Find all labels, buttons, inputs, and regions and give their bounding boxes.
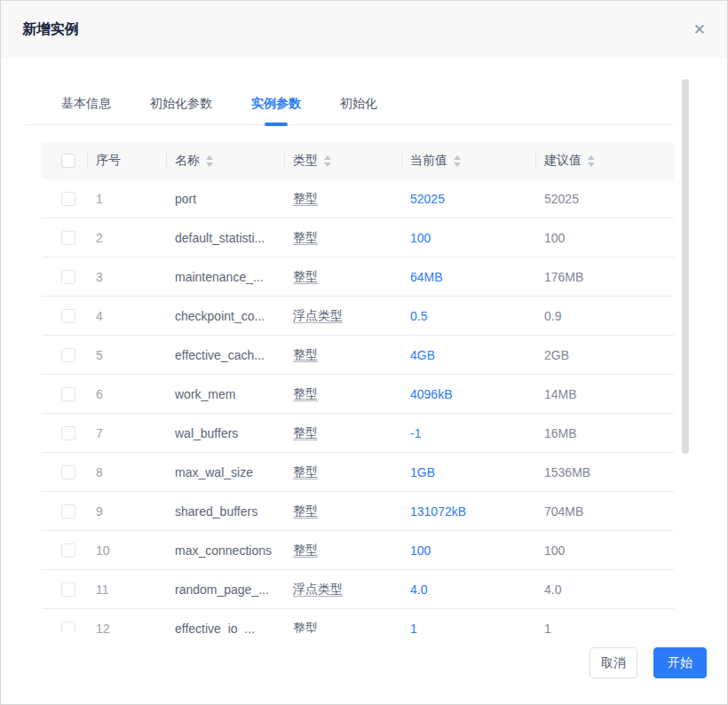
param-current-value[interactable]: 100 [410, 543, 431, 558]
table-body: 1 port 整型 52025 52025 2 default_statisti… [42, 179, 674, 633]
param-current-value[interactable]: 100 [410, 231, 431, 245]
param-type[interactable]: 整型 [293, 386, 318, 400]
param-type[interactable]: 整型 [293, 191, 318, 205]
tab-instance-params[interactable]: 实例参数 [251, 88, 301, 124]
header-type[interactable]: 类型 [284, 142, 401, 179]
row-checkbox[interactable] [61, 387, 75, 401]
param-suggested-value: 16MB [544, 426, 577, 440]
tab-basic-info[interactable]: 基本信息 [61, 88, 111, 124]
sort-desc-icon[interactable] [324, 162, 331, 167]
sort-asc-icon[interactable] [454, 155, 461, 160]
param-current-value[interactable]: 4.0 [410, 582, 427, 597]
table-row: 8 max_wal_size 整型 1GB 1536MB [42, 453, 674, 492]
tab-bar: 基本信息 初始化参数 实例参数 初始化 [26, 88, 674, 125]
row-checkbox[interactable] [61, 622, 75, 634]
param-type[interactable]: 整型 [293, 230, 318, 244]
param-type[interactable]: 浮点类型 [293, 308, 343, 322]
sort-icons[interactable] [324, 155, 331, 167]
row-index: 4 [96, 309, 103, 323]
row-index: 5 [96, 348, 103, 362]
sort-desc-icon[interactable] [588, 162, 595, 167]
sort-asc-icon[interactable] [588, 155, 595, 160]
table-row: 12 effective_io_... 整型 1 1 [42, 609, 674, 633]
select-all-checkbox[interactable] [61, 154, 75, 168]
header-name[interactable]: 名称 [166, 142, 284, 179]
row-checkbox-cell [42, 309, 87, 323]
row-checkbox-cell [42, 348, 87, 362]
param-current-value[interactable]: 64MB [410, 270, 443, 284]
table-row: 10 max_connections 整型 100 100 [42, 531, 674, 570]
param-suggested-value: 1 [544, 622, 551, 634]
header-current-value[interactable]: 当前值 [401, 142, 535, 179]
param-current-value[interactable]: 131072kB [410, 504, 466, 519]
dialog-header: 新增实例 ✕ [1, 1, 727, 58]
row-checkbox[interactable] [61, 270, 75, 284]
param-current-value[interactable]: 0.5 [410, 309, 427, 323]
start-button[interactable]: 开始 [653, 647, 707, 678]
row-checkbox-cell [42, 465, 87, 479]
sort-asc-icon[interactable] [206, 155, 213, 160]
close-icon[interactable]: ✕ [693, 22, 706, 37]
param-current-value[interactable]: 4GB [410, 348, 435, 362]
add-instance-dialog: 新增实例 ✕ 基本信息 初始化参数 实例参数 初始化 [0, 0, 728, 705]
scrollbar-thumb[interactable] [682, 79, 689, 454]
param-suggested-value: 4.0 [544, 582, 561, 597]
param-type[interactable]: 整型 [293, 503, 318, 518]
param-type[interactable]: 整型 [293, 621, 318, 634]
tab-initialize[interactable]: 初始化 [340, 88, 377, 124]
param-current-value[interactable]: -1 [410, 426, 421, 440]
param-current-value[interactable]: 52025 [410, 192, 445, 206]
tab-label: 初始化参数 [150, 96, 212, 110]
param-type[interactable]: 整型 [293, 464, 318, 479]
tab-label: 初始化 [340, 96, 377, 110]
param-name: maintenance_... [175, 270, 264, 284]
param-type[interactable]: 整型 [293, 347, 318, 361]
sort-icons[interactable] [588, 155, 595, 167]
row-index: 6 [96, 387, 103, 401]
param-name: shared_buffers [175, 504, 257, 519]
row-checkbox[interactable] [61, 231, 75, 245]
row-checkbox[interactable] [61, 426, 75, 440]
sort-icons[interactable] [206, 155, 213, 167]
param-name: checkpoint_co... [175, 309, 265, 323]
param-type[interactable]: 浮点类型 [293, 582, 343, 596]
param-current-value[interactable]: 1GB [410, 465, 435, 479]
param-suggested-value: 176MB [544, 270, 583, 284]
sort-desc-icon[interactable] [206, 162, 213, 167]
param-suggested-value: 2GB [544, 348, 569, 362]
table-row: 5 effective_cach... 整型 4GB 2GB [42, 336, 674, 375]
row-checkbox[interactable] [61, 192, 75, 206]
row-checkbox[interactable] [61, 465, 75, 479]
table-row: 6 work_mem 整型 4096kB 14MB [42, 375, 674, 414]
sort-icons[interactable] [454, 155, 461, 167]
param-name: max_wal_size [175, 465, 253, 479]
params-table: 序号 名称 类型 当前值 [42, 142, 674, 633]
param-current-value[interactable]: 4096kB [410, 387, 452, 401]
row-checkbox[interactable] [61, 504, 75, 519]
row-index: 8 [96, 465, 103, 479]
table-header: 序号 名称 类型 当前值 [42, 142, 674, 179]
row-index: 9 [96, 504, 103, 519]
sort-desc-icon[interactable] [454, 162, 461, 167]
table-row: 7 wal_buffers 整型 -1 16MB [42, 414, 674, 453]
param-name: work_mem [175, 387, 235, 401]
param-suggested-value: 52025 [544, 192, 579, 206]
row-checkbox[interactable] [61, 582, 75, 597]
tab-label: 基本信息 [61, 96, 111, 110]
param-name: wal_buffers [175, 426, 238, 440]
param-type[interactable]: 整型 [293, 543, 318, 557]
header-suggested-value[interactable]: 建议值 [535, 142, 674, 179]
param-suggested-value: 100 [544, 543, 565, 558]
row-index: 3 [96, 270, 103, 284]
row-checkbox[interactable] [61, 348, 75, 362]
sort-asc-icon[interactable] [324, 155, 331, 160]
table-row: 3 maintenance_... 整型 64MB 176MB [42, 257, 674, 297]
param-current-value[interactable]: 1 [410, 622, 417, 634]
param-name: effective_io_... [175, 622, 255, 634]
row-checkbox[interactable] [61, 309, 75, 323]
param-type[interactable]: 整型 [293, 425, 318, 440]
cancel-button[interactable]: 取消 [590, 647, 637, 678]
row-checkbox[interactable] [61, 543, 75, 558]
tab-init-params[interactable]: 初始化参数 [150, 88, 212, 124]
param-type[interactable]: 整型 [293, 269, 318, 283]
